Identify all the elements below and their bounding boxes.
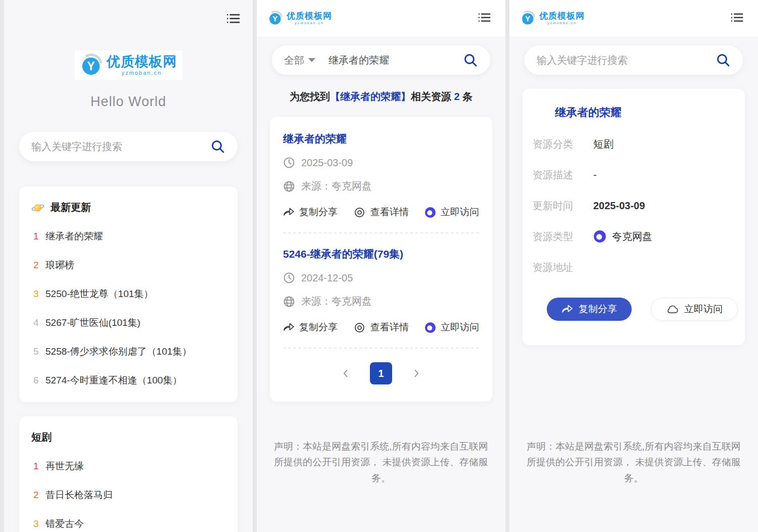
- eye-icon: [353, 207, 366, 218]
- page-1-button[interactable]: 1: [370, 362, 392, 384]
- detail-row-category: 资源分类 短剧: [533, 137, 745, 151]
- copy-share-button[interactable]: 复制分享: [547, 298, 632, 321]
- disclaimer-text: 声明：本站是网盘索引系统,所有内容均来自互联网所提供的公开引用资源， 未提供资源…: [526, 439, 742, 486]
- site-logo[interactable]: Y 优质模板网 yzmoban.cn: [75, 51, 182, 80]
- site-logo[interactable]: Y 优质模板网 yzmoban.cn: [515, 8, 590, 29]
- result-count: 2: [454, 91, 459, 102]
- field-label: 更新时间: [533, 199, 585, 213]
- rank-number: 4: [33, 317, 45, 328]
- view-detail-button[interactable]: 查看详情: [353, 321, 409, 334]
- rank-number: 1: [33, 461, 45, 472]
- search-icon: [463, 53, 478, 68]
- svg-text:Y: Y: [87, 60, 94, 73]
- home-search-input[interactable]: [31, 141, 210, 153]
- resource-type-text: 夸克网盘: [612, 230, 652, 244]
- brand-y-icon: Y: [268, 11, 283, 26]
- share-arrow-icon: [561, 304, 573, 315]
- latest-updates-title: 最新更新: [51, 201, 91, 214]
- rank-number: 3: [33, 518, 45, 529]
- list-item[interactable]: 6 5274-今时重逢不相逢（100集）: [31, 374, 225, 387]
- site-logo[interactable]: Y 优质模板网 yzmoban.cn: [263, 8, 337, 29]
- result-title-link[interactable]: 5246-继承者的荣耀(79集): [283, 247, 479, 261]
- latest-updates-card: 最新更新 1 继承者的荣耀 2 琅琊榜 3 5250-绝世龙尊（101集） 4 …: [19, 186, 238, 402]
- rank-number: 3: [33, 288, 45, 300]
- detail-buttons: 复制分享 立即访问: [547, 298, 745, 321]
- list-item-title: 琅琊榜: [45, 259, 74, 272]
- next-page-button[interactable]: [412, 368, 420, 378]
- visit-now-button[interactable]: 立即访问: [651, 298, 738, 321]
- panel-home: Y 优质模板网 yzmoban.cn Hello World 最新更新 1 继承…: [4, 0, 253, 532]
- result-actions: 复制分享 查看详情 立即访问: [283, 321, 479, 334]
- rank-number: 5: [33, 346, 45, 357]
- list-item-title: 继承者的荣耀: [45, 230, 103, 243]
- menu-button[interactable]: [223, 10, 243, 29]
- copy-share-label: 复制分享: [299, 206, 338, 219]
- list-item[interactable]: 3 5250-绝世龙尊（101集）: [31, 287, 225, 301]
- home-search-button[interactable]: [210, 139, 225, 154]
- prev-page-button[interactable]: [342, 368, 350, 378]
- field-value: 2025-03-09: [593, 200, 645, 212]
- list-item-title: 5250-绝世龙尊（101集）: [45, 287, 153, 301]
- list-item[interactable]: 1 继承者的荣耀: [31, 230, 225, 243]
- detail-search-bar: [525, 45, 743, 75]
- short-drama-title: 短剧: [31, 430, 52, 444]
- list-item[interactable]: 4 5267-旷世医仙(101集): [31, 316, 225, 329]
- list-item[interactable]: 1 再世无缘: [31, 460, 225, 473]
- result-source: 来源：夸克网盘: [301, 295, 372, 308]
- view-detail-label: 查看详情: [370, 321, 409, 334]
- field-label: 资源分类: [533, 137, 585, 151]
- brand-domain: yzmoban.cn: [295, 21, 324, 25]
- latest-updates-header: 最新更新: [31, 201, 225, 214]
- result-date: 2025-03-09: [301, 157, 353, 169]
- clock-icon: [283, 272, 295, 284]
- brand-domain: yzmoban.cn: [547, 21, 577, 25]
- visit-now-button[interactable]: 立即访问: [424, 206, 479, 219]
- brand-name: 优质模板网: [539, 12, 585, 20]
- copy-share-button[interactable]: 复制分享: [283, 206, 338, 219]
- visit-now-button[interactable]: 立即访问: [424, 321, 479, 334]
- brand-name: 优质模板网: [107, 55, 177, 69]
- result-source-row: 来源：夸克网盘: [283, 295, 479, 308]
- detail-row-type: 资源类型 夸克网盘: [533, 229, 745, 244]
- list-item-title: 5267-旷世医仙(101集): [45, 316, 140, 329]
- field-label: 资源描述: [533, 168, 585, 182]
- rank-number: 2: [33, 260, 45, 271]
- copy-share-label: 复制分享: [299, 321, 338, 334]
- list-item-title: 5258-傅少求求你别虐了（101集）: [45, 345, 192, 358]
- category-filter-dropdown[interactable]: 全部: [284, 54, 315, 67]
- result-suffix: 条: [460, 91, 473, 102]
- detail-search-input[interactable]: [537, 55, 716, 66]
- result-item: 继承者的荣耀 2025-03-09 来源：夸克网盘: [283, 132, 479, 219]
- list-item[interactable]: 5 5258-傅少求求你别虐了（101集）: [31, 345, 225, 358]
- view-detail-button[interactable]: 查看详情: [353, 206, 409, 219]
- list-item[interactable]: 3 错爱古今: [31, 517, 225, 530]
- rank-number: 1: [33, 231, 45, 242]
- dashed-divider: [283, 348, 479, 349]
- cloud-icon: [666, 305, 679, 314]
- results-search-button[interactable]: [463, 53, 478, 68]
- results-search-input[interactable]: [328, 55, 463, 66]
- short-drama-header: 短剧: [31, 430, 225, 444]
- detail-row-description: 资源描述 -: [533, 168, 745, 182]
- pagination: 1: [283, 362, 479, 384]
- copy-share-button[interactable]: 复制分享: [283, 321, 338, 334]
- resource-detail-card: 继承者的荣耀 资源分类 短剧 资源描述 - 更新时间 2025-03-09 资源…: [523, 89, 745, 345]
- list-item[interactable]: 2 琅琊榜: [31, 259, 225, 272]
- menu-button[interactable]: [475, 10, 493, 27]
- menu-button[interactable]: [728, 10, 746, 27]
- list-item-title: 5274-今时重逢不相逢（100集）: [45, 374, 182, 387]
- detail-search-button[interactable]: [716, 53, 731, 68]
- result-source-row: 来源：夸克网盘: [283, 179, 479, 193]
- svg-text:Y: Y: [525, 14, 530, 23]
- field-value: -: [593, 169, 597, 181]
- result-count-line: 为您找到【继承者的荣耀】相关资源 2 条: [257, 90, 505, 104]
- short-drama-card: 短剧 1 再世无缘 2 昔日长枪落马归 3 错爱古今 4 神医的救赎: [19, 416, 238, 532]
- hamburger-list-icon: [730, 12, 744, 24]
- hamburger-list-icon: [225, 12, 241, 25]
- result-title-link[interactable]: 继承者的荣耀: [283, 132, 479, 146]
- results-card: 继承者的荣耀 2025-03-09 来源：夸克网盘: [270, 117, 492, 402]
- clock-icon: [283, 157, 295, 169]
- result-date-row: 2025-03-09: [283, 157, 479, 169]
- list-item[interactable]: 2 昔日长枪落马归: [31, 489, 225, 502]
- rank-number: 2: [33, 490, 45, 501]
